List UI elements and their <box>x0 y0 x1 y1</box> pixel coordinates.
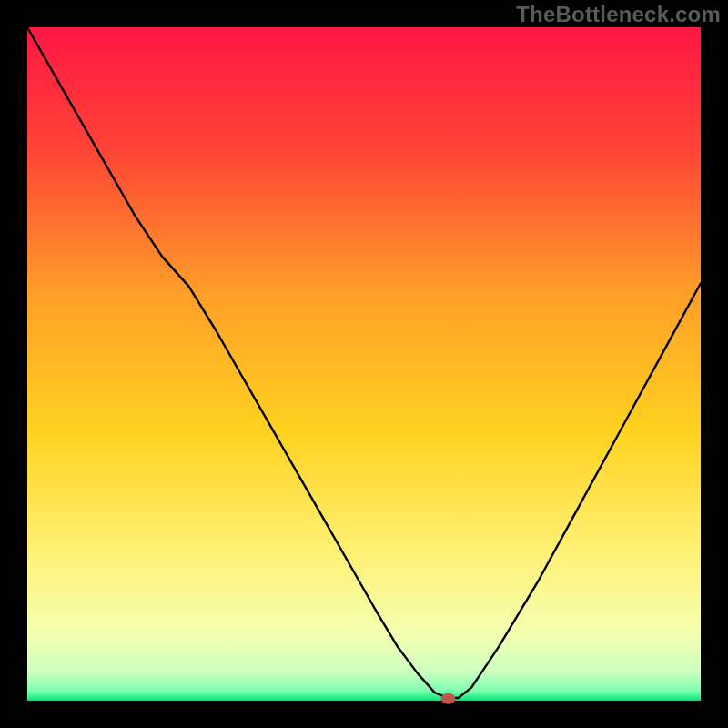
optimal-marker <box>441 693 456 704</box>
chart-background-gradient <box>27 27 701 701</box>
watermark-text: TheBottleneck.com <box>516 2 721 27</box>
chart-container: TheBottleneck.com <box>0 0 728 728</box>
bottleneck-chart <box>0 0 728 728</box>
